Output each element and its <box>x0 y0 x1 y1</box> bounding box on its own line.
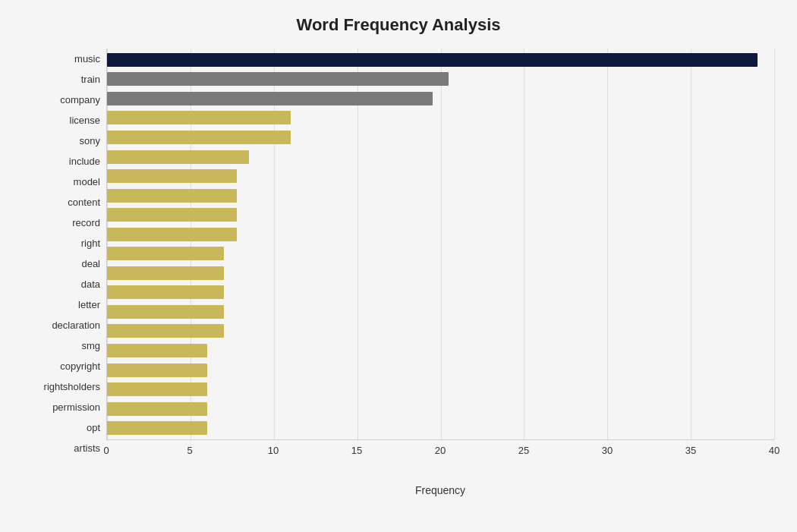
chart-container: Word Frequency Analysis musictraincompan… <box>0 0 797 532</box>
bar-row <box>107 418 774 438</box>
x-tick-label: 10 <box>268 445 279 456</box>
y-labels: musictraincompanylicensesonyincludemodel… <box>23 49 106 496</box>
y-label: deal <box>81 253 100 274</box>
bar <box>107 208 237 222</box>
y-label: model <box>74 172 100 192</box>
y-label: artists <box>74 438 100 458</box>
bar-row <box>107 109 774 128</box>
bar <box>107 169 237 183</box>
bar-row <box>107 186 774 206</box>
chart-title: Word Frequency Analysis <box>23 15 774 35</box>
y-label: record <box>72 212 100 233</box>
bar <box>107 131 291 144</box>
x-tick-label: 35 <box>685 445 696 456</box>
y-label: right <box>81 233 100 253</box>
bar <box>107 247 224 260</box>
bars-and-grid: 0510152025303540 Frequency <box>106 49 774 496</box>
y-label: rightsholders <box>44 376 100 397</box>
x-tick-label: 0 <box>103 445 109 456</box>
bar <box>107 111 291 124</box>
grid-line <box>774 49 775 439</box>
y-label: content <box>68 192 100 212</box>
bar <box>107 344 207 357</box>
chart-area: musictraincompanylicensesonyincludemodel… <box>23 49 774 496</box>
bars-container <box>107 49 774 439</box>
y-label: data <box>81 274 100 294</box>
bar-row <box>107 360 774 380</box>
bar-row <box>107 50 774 70</box>
bar-row <box>107 283 774 303</box>
bar-row <box>107 379 774 399</box>
grid-and-bars <box>106 49 774 440</box>
y-label: music <box>74 49 100 69</box>
bar-row <box>107 89 774 109</box>
x-tick-label: 20 <box>435 445 446 456</box>
x-tick-label: 25 <box>518 445 529 456</box>
bar <box>107 266 224 280</box>
x-tick-label: 40 <box>769 445 780 456</box>
bar <box>107 305 224 319</box>
y-label: declaration <box>52 315 100 335</box>
bar <box>107 72 449 86</box>
bar <box>107 421 207 435</box>
bar-row <box>107 322 774 342</box>
y-label: opt <box>87 417 100 438</box>
bar <box>107 285 224 299</box>
bar <box>107 53 758 67</box>
y-label: copyright <box>60 356 100 376</box>
x-tick-label: 5 <box>187 445 192 456</box>
y-label: license <box>70 110 100 131</box>
bar-row <box>107 399 774 419</box>
y-label: permission <box>52 397 100 417</box>
x-tick-label: 30 <box>602 445 613 456</box>
bar-row <box>107 70 774 90</box>
bar-row <box>107 341 774 360</box>
bar-row <box>107 166 774 186</box>
x-axis-title: Frequency <box>106 484 774 496</box>
bar <box>107 364 207 377</box>
bar <box>107 150 249 164</box>
y-label: company <box>60 90 100 110</box>
bar-row <box>107 244 774 263</box>
bar <box>107 324 224 338</box>
bar <box>107 382 207 396</box>
y-label: letter <box>78 294 100 315</box>
bar-row <box>107 147 774 167</box>
bar <box>107 189 237 203</box>
bar <box>107 228 237 241</box>
bar-row <box>107 205 774 225</box>
y-label: sony <box>80 131 100 151</box>
x-tick-label: 15 <box>351 445 362 456</box>
bar <box>107 402 207 416</box>
y-label: include <box>69 151 100 172</box>
y-label: smg <box>81 335 100 356</box>
bar <box>107 92 433 105</box>
bar-row <box>107 127 774 147</box>
bar-row <box>107 302 774 322</box>
bar-row <box>107 263 774 283</box>
y-label: train <box>81 69 100 90</box>
x-axis-labels: 0510152025303540 <box>106 445 774 463</box>
bar-row <box>107 225 774 244</box>
